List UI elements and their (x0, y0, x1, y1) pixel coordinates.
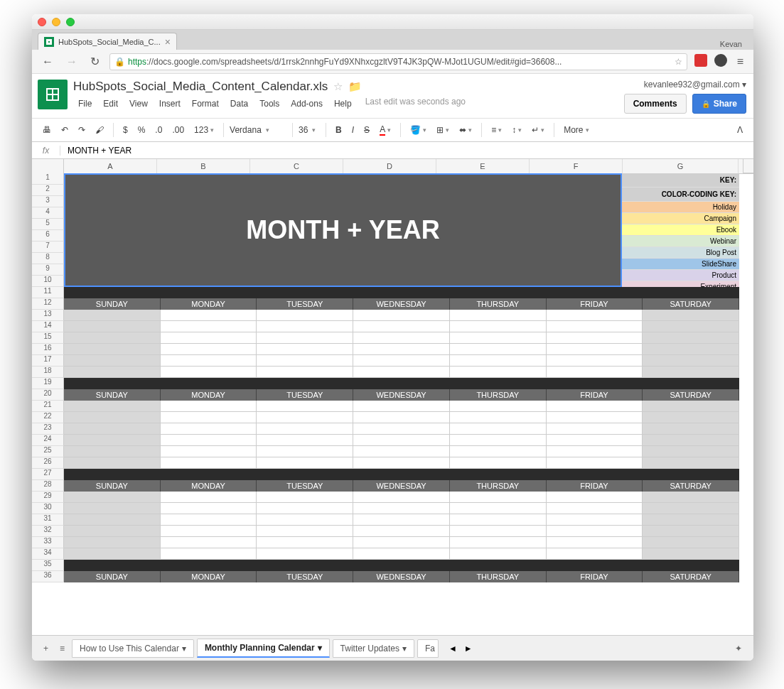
calendar-cell[interactable] (450, 492, 547, 503)
calendar-cell[interactable] (643, 492, 739, 503)
calendar-cell[interactable] (257, 446, 353, 457)
calendar-cell[interactable] (353, 367, 450, 378)
row-header[interactable]: 7 (32, 242, 64, 253)
calendar-cell[interactable] (257, 355, 353, 367)
align-icon[interactable]: ≡ (488, 123, 505, 137)
browser-tab[interactable]: HubSpots_Social_Media_C... × (38, 33, 177, 50)
row-header[interactable]: 14 (32, 321, 64, 332)
calendar-cell[interactable] (161, 367, 257, 378)
calendar-cell[interactable] (353, 446, 450, 457)
calendar-cell[interactable] (161, 457, 257, 469)
calendar-cell[interactable] (353, 548, 450, 560)
calendar-cell[interactable] (257, 514, 353, 526)
explore-icon[interactable]: ✦ (731, 641, 746, 656)
calendar-cell[interactable] (64, 435, 161, 446)
calendar-cell[interactable] (64, 548, 161, 560)
calendar-grid[interactable]: SUNDAYMONDAYTUESDAYWEDNESDAYTHURSDAYFRID… (64, 287, 739, 582)
calendar-cell[interactable] (257, 367, 353, 378)
merged-title-cell[interactable]: MONTH + YEAR (64, 173, 622, 287)
row-header[interactable]: 17 (32, 355, 64, 367)
increase-decimal-icon[interactable]: .00 (168, 123, 188, 137)
calendar-cell[interactable] (547, 548, 643, 560)
calendar-cell[interactable] (547, 367, 643, 378)
calendar-cell[interactable] (450, 367, 547, 378)
calendar-cell[interactable] (450, 310, 547, 321)
calendar-cell[interactable] (450, 457, 547, 469)
calendar-cell[interactable] (353, 537, 450, 548)
tab-close-icon[interactable]: × (165, 36, 171, 48)
calendar-cell[interactable] (450, 344, 547, 355)
col-header-e[interactable]: E (436, 159, 530, 173)
menu-insert[interactable]: Insert (154, 97, 186, 111)
menu-view[interactable]: View (124, 97, 153, 111)
row-header[interactable]: 6 (32, 230, 64, 242)
menu-addons[interactable]: Add-ons (286, 97, 328, 111)
paint-format-icon[interactable]: 🖌 (92, 123, 107, 137)
row-header[interactable]: 16 (32, 344, 64, 355)
calendar-cell[interactable] (643, 526, 739, 537)
sheets-logo-icon[interactable] (38, 80, 68, 109)
calendar-cell[interactable] (257, 503, 353, 514)
sheet-next-icon[interactable]: ► (464, 644, 473, 653)
calendar-cell[interactable] (353, 514, 450, 526)
row-header[interactable]: 1 (32, 173, 64, 185)
sheet-tab-howto[interactable]: How to Use This Calendar▾ (72, 639, 194, 658)
calendar-cell[interactable] (257, 435, 353, 446)
font-size-select[interactable]: 36 (299, 125, 320, 135)
calendar-cell[interactable] (257, 548, 353, 560)
calendar-cell[interactable] (450, 423, 547, 435)
calendar-cell[interactable] (161, 310, 257, 321)
share-button[interactable]: Share (692, 94, 746, 114)
calendar-cell[interactable] (353, 344, 450, 355)
calendar-cell[interactable] (450, 355, 547, 367)
row-header[interactable]: 4 (32, 207, 64, 219)
calendar-cell[interactable] (353, 321, 450, 332)
calendar-cell[interactable] (257, 537, 353, 548)
calendar-cell[interactable] (353, 457, 450, 469)
font-select[interactable]: Verdana (230, 125, 286, 135)
print-icon[interactable]: 🖶 (39, 123, 55, 137)
calendar-cell[interactable] (353, 423, 450, 435)
calendar-cell[interactable] (64, 401, 161, 412)
calendar-cell[interactable] (643, 435, 739, 446)
browser-user-chip[interactable]: Kevan (714, 38, 748, 50)
calendar-cell[interactable] (64, 423, 161, 435)
calendar-cell[interactable] (257, 423, 353, 435)
calendar-cell[interactable] (547, 492, 643, 503)
comments-button[interactable]: Comments (624, 94, 687, 114)
percent-icon[interactable]: % (134, 123, 149, 137)
calendar-cell[interactable] (547, 344, 643, 355)
calendar-cell[interactable] (643, 367, 739, 378)
calendar-cell[interactable] (161, 492, 257, 503)
calendar-cell[interactable] (547, 401, 643, 412)
row-header[interactable]: 15 (32, 332, 64, 344)
calendar-cell[interactable] (643, 457, 739, 469)
calendar-cell[interactable] (547, 321, 643, 332)
row-header[interactable]: 13 (32, 310, 64, 321)
redo-icon[interactable]: ↷ (75, 123, 89, 137)
decrease-decimal-icon[interactable]: .0 (151, 123, 166, 137)
calendar-cell[interactable] (353, 355, 450, 367)
calendar-cell[interactable] (353, 435, 450, 446)
currency-icon[interactable]: $ (119, 123, 131, 137)
calendar-cell[interactable] (353, 412, 450, 423)
row-header[interactable]: 28 (32, 480, 64, 492)
select-all-corner[interactable] (32, 159, 64, 173)
menu-help[interactable]: Help (329, 97, 357, 111)
row-header[interactable]: 31 (32, 514, 64, 526)
forward-icon[interactable]: → (63, 54, 80, 70)
calendar-cell[interactable] (64, 310, 161, 321)
more-button[interactable]: More (560, 123, 592, 137)
bookmark-star-icon[interactable]: ☆ (675, 57, 682, 67)
back-icon[interactable]: ← (39, 54, 56, 70)
row-header[interactable]: 25 (32, 446, 64, 457)
merge-icon[interactable]: ⬌ (456, 123, 476, 137)
sheet-prev-icon[interactable]: ◄ (449, 644, 457, 653)
calendar-cell[interactable] (64, 412, 161, 423)
calendar-cell[interactable] (547, 412, 643, 423)
calendar-cell[interactable] (64, 457, 161, 469)
calendar-cell[interactable] (643, 344, 739, 355)
calendar-cell[interactable] (547, 514, 643, 526)
text-color-icon[interactable]: A (376, 122, 394, 138)
address-bar[interactable]: 🔒 https ://docs.google.com /spreadsheets… (109, 53, 687, 70)
